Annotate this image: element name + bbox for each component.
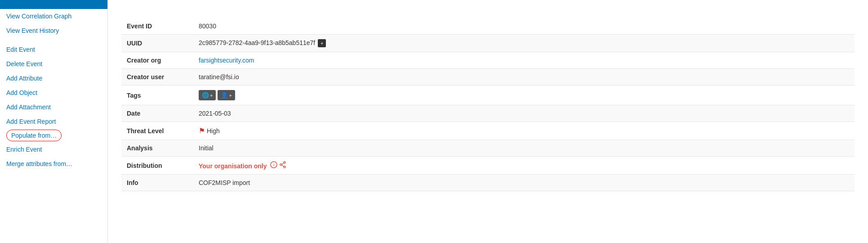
table-row: Creator orgfarsightsecurity.com — [121, 52, 855, 69]
field-value-info: COF2MISP import — [193, 175, 855, 191]
field-value-analysis: Initial — [193, 140, 855, 157]
field-label-creator-org: Creator org — [121, 52, 193, 69]
sidebar-items: View Correlation GraphView Event History… — [0, 9, 107, 171]
table-row: UUID2c985779-2782-4aa9-9f13-a8b5ab511e7f… — [121, 35, 855, 52]
field-label-distribution: Distribution — [121, 157, 193, 175]
sidebar-item-populate-from[interactable]: Populate from… — [6, 130, 62, 141]
plus-icon: + — [210, 93, 213, 98]
field-value-tags: 🌐+👤+ — [193, 86, 855, 105]
distribution-share-icon[interactable] — [279, 162, 286, 170]
svg-line-6 — [282, 165, 284, 166]
threat-level-icon: ⚑ — [199, 127, 205, 135]
svg-text:i: i — [273, 162, 274, 167]
field-value-date: 2021-05-03 — [193, 105, 855, 122]
field-value-threat-level: ⚑High — [193, 122, 855, 140]
add-user-tag-button[interactable]: 👤+ — [218, 90, 235, 100]
field-value-distribution: Your organisation onlyi — [193, 157, 855, 175]
field-label-date: Date — [121, 105, 193, 122]
table-row: InfoCOF2MISP import — [121, 175, 855, 191]
svg-line-5 — [282, 163, 284, 165]
main-content: Event ID80030UUID2c985779-2782-4aa9-9f13… — [108, 0, 868, 243]
threat-level-value: High — [207, 127, 220, 135]
sidebar-item-edit-event[interactable]: Edit Event — [0, 42, 107, 57]
distribution-value: Your organisation only — [199, 162, 267, 170]
table-row: Threat Level⚑High — [121, 122, 855, 140]
sidebar-item-delete-event[interactable]: Delete Event — [0, 57, 107, 71]
sidebar-item-enrich-event[interactable]: Enrich Event — [0, 142, 107, 157]
field-label-info: Info — [121, 175, 193, 191]
add-global-tag-button[interactable]: 🌐+ — [199, 90, 216, 100]
table-row: Event ID80030 — [121, 18, 855, 35]
sidebar-item-view-correlation-graph[interactable]: View Correlation Graph — [0, 9, 107, 23]
sidebar-item-view-event-history[interactable]: View Event History — [0, 23, 107, 38]
field-label-uuid: UUID — [121, 35, 193, 52]
field-value-creator-user: taratine@fsi.io — [193, 69, 855, 86]
field-label-tags: Tags — [121, 86, 193, 105]
sidebar-item-add-attachment[interactable]: Add Attachment — [0, 100, 107, 114]
uuid-value: 2c985779-2782-4aa9-9f13-a8b5ab511e7f — [199, 39, 315, 46]
creator-org-link[interactable]: farsightsecurity.com — [199, 57, 254, 64]
field-value-creator-org: farsightsecurity.com — [193, 52, 855, 69]
svg-point-2 — [284, 162, 285, 163]
field-value-event-id: 80030 — [193, 18, 855, 35]
svg-point-3 — [280, 164, 282, 166]
sidebar-item-add-attribute[interactable]: Add Attribute — [0, 71, 107, 86]
field-label-threat-level: Threat Level — [121, 122, 193, 140]
user-icon: 👤 — [221, 92, 228, 99]
sidebar-item-add-event-report[interactable]: Add Event Report — [0, 114, 107, 129]
distribution-info-icon[interactable]: i — [270, 162, 277, 170]
plus-icon: + — [229, 93, 231, 98]
table-row: Date2021-05-03 — [121, 105, 855, 122]
field-value-uuid: 2c985779-2782-4aa9-9f13-a8b5ab511e7f+ — [193, 35, 855, 52]
table-row: Creator usertaratine@fsi.io — [121, 69, 855, 86]
field-label-creator-user: Creator user — [121, 69, 193, 86]
sidebar-header — [0, 0, 107, 9]
globe-icon: 🌐 — [202, 92, 209, 99]
sidebar-item-merge-attributes-from[interactable]: Merge attributes from… — [0, 157, 107, 171]
table-row: DistributionYour organisation onlyi — [121, 157, 855, 175]
sidebar: View Correlation GraphView Event History… — [0, 0, 108, 243]
copy-uuid-button[interactable]: + — [318, 39, 326, 47]
svg-point-4 — [284, 166, 285, 168]
event-table: Event ID80030UUID2c985779-2782-4aa9-9f13… — [121, 18, 855, 191]
table-row: Tags🌐+👤+ — [121, 86, 855, 105]
sidebar-item-add-object[interactable]: Add Object — [0, 86, 107, 100]
field-label-analysis: Analysis — [121, 140, 193, 157]
table-row: AnalysisInitial — [121, 140, 855, 157]
field-label-event-id: Event ID — [121, 18, 193, 35]
